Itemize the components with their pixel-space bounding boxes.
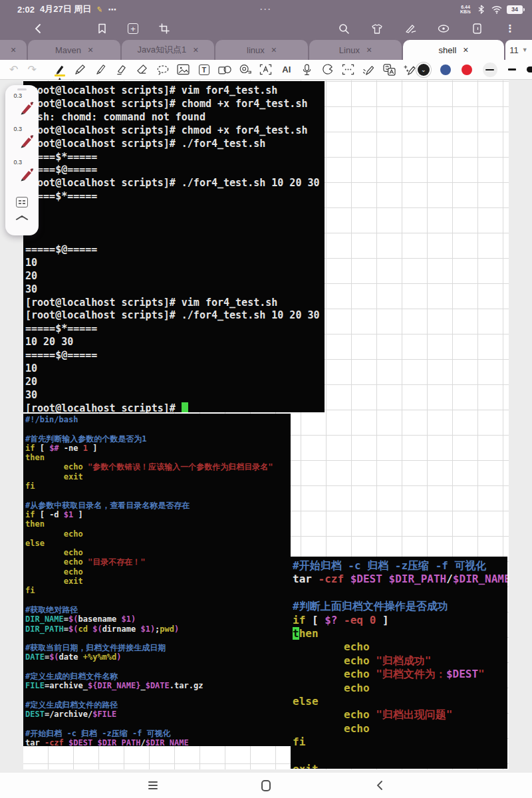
status-bar: 2:02 4月27日 周日 ✎ ⋯ ··· 6.44 KB/s 34 xyxy=(0,0,532,19)
translate-tool[interactable] xyxy=(382,62,397,78)
tab-label: shell xyxy=(439,45,457,55)
camera-cutout-dots: ··· xyxy=(0,5,532,14)
undo-button[interactable]: ↶ xyxy=(9,63,18,76)
pen-settings-icon[interactable] xyxy=(16,197,28,207)
tab-close-icon[interactable]: × xyxy=(271,45,277,55)
tab-close-icon[interactable]: × xyxy=(11,45,16,55)
lasso-select-tool[interactable] xyxy=(156,62,170,78)
tab-label: linux xyxy=(247,45,265,55)
tab-close-icon[interactable]: × xyxy=(88,45,93,55)
tab-strip: Maven×Java知识点1×linux×Linux×shell× xyxy=(28,40,505,60)
note-canvas[interactable]: [root@localhost scripts]# vim for4_test.… xyxy=(0,80,532,773)
tab-partial[interactable]: × xyxy=(0,40,27,60)
eraser-tool[interactable] xyxy=(135,62,150,78)
microphone-tool[interactable] xyxy=(300,62,315,78)
text-tool[interactable]: T xyxy=(197,62,211,78)
tab-close-icon[interactable]: × xyxy=(193,45,198,55)
page-count-dropdown[interactable]: 11 ▼ xyxy=(505,40,532,60)
pen-preset[interactable]: 0.3 xyxy=(9,158,35,192)
pencil-tool[interactable] xyxy=(73,62,88,78)
theme-skin-icon[interactable] xyxy=(371,23,383,35)
more-menu-icon[interactable]: ⋮ xyxy=(504,23,516,35)
pen-tool-active[interactable]: ▲ xyxy=(53,62,67,78)
nav-back-icon[interactable] xyxy=(372,779,386,792)
device-tablet-icon[interactable] xyxy=(471,23,483,35)
home-icon[interactable] xyxy=(259,779,273,792)
chevron-down-icon: ▼ xyxy=(522,47,528,53)
pen-preset[interactable]: 0.3 xyxy=(9,125,35,158)
color-swatch-blue[interactable] xyxy=(440,65,451,75)
stroke-width-thick[interactable] xyxy=(527,66,532,72)
add-page-icon[interactable]: + xyxy=(128,23,138,34)
magic-beautify-tool[interactable] xyxy=(403,62,418,78)
tab-4[interactable]: shell× xyxy=(403,40,504,60)
tab-label: Maven xyxy=(55,45,81,55)
stroke-width-thin[interactable] xyxy=(508,68,516,70)
script-screenshot-left[interactable]: #!/bin/bash #首先判断输入参数的个数是否为1if [ $# -ne … xyxy=(23,414,291,746)
back-icon[interactable] xyxy=(32,23,44,35)
system-nav-bar xyxy=(0,773,532,798)
insert-image-tool[interactable] xyxy=(176,62,191,78)
ocr-scan-tool[interactable] xyxy=(341,62,356,78)
floating-pen-panel[interactable]: 0.3 0.3 0.3 xyxy=(5,85,39,235)
tab-label: Linux xyxy=(339,45,360,55)
chevron-down-icon: ⌄ xyxy=(421,66,426,73)
view-mode-eye-icon[interactable] xyxy=(438,23,450,35)
fineliner-tool[interactable] xyxy=(94,62,108,78)
pen-preset[interactable]: 0.3 xyxy=(9,92,35,125)
panel-drag-handle[interactable] xyxy=(17,88,27,90)
terminal-screenshot-1[interactable]: [root@localhost scripts]# vim for4_test.… xyxy=(23,81,325,412)
smart-pen-tool[interactable] xyxy=(362,62,376,78)
stroke-width-selected[interactable] xyxy=(483,63,497,77)
app-nav-bar: + ⋮ xyxy=(0,19,532,39)
pen-icon xyxy=(18,166,35,182)
pen-icon xyxy=(18,133,35,149)
script-screenshot-right[interactable]: #开始归档 -c 归档 -z压缩 -f 可视化tar -czf $DEST $D… xyxy=(291,557,507,769)
collapse-panel-icon[interactable] xyxy=(15,213,28,221)
pen-size-label: 0.3 xyxy=(14,159,35,166)
pages-grid-icon[interactable] xyxy=(64,23,76,35)
pen-list: 0.3 0.3 0.3 xyxy=(9,92,35,192)
tab-label: Java知识点1 xyxy=(138,44,187,56)
screen: 2:02 4月27日 周日 ✎ ⋯ ··· 6.44 KB/s 34 xyxy=(0,0,532,798)
highlighter-tool[interactable] xyxy=(114,62,129,78)
tab-1[interactable]: Java知识点1× xyxy=(122,40,214,60)
annotate-pen-icon[interactable] xyxy=(404,23,416,35)
color-swatch-red[interactable] xyxy=(462,65,472,75)
tab-close-icon[interactable]: × xyxy=(366,45,372,55)
ai-tool[interactable]: AI xyxy=(279,62,294,78)
redo-button[interactable]: ↷ xyxy=(27,63,36,76)
pen-icon xyxy=(18,100,35,116)
tape-tool[interactable] xyxy=(238,62,253,78)
laser-pointer-tool[interactable] xyxy=(321,62,335,78)
tab-bar: × Maven×Java知识点1×linux×Linux×shell× 11 ▼ xyxy=(0,39,532,60)
battery-indicator: 34 xyxy=(507,5,523,14)
screenshot-crop-icon[interactable] xyxy=(158,23,170,35)
color-swatch-selected-black[interactable]: ⌄ xyxy=(418,64,430,76)
search-icon[interactable] xyxy=(338,23,350,35)
edit-toolbar: ↶ ↷ ▲ xyxy=(0,60,532,80)
tab-close-icon[interactable]: × xyxy=(463,45,468,55)
pen-size-label: 0.3 xyxy=(14,92,35,99)
handwriting-recognize-tool[interactable] xyxy=(259,62,273,78)
tab-0[interactable]: Maven× xyxy=(28,40,120,60)
pen-size-label: 0.3 xyxy=(14,126,35,132)
shapes-tool[interactable] xyxy=(217,62,232,78)
tab-2[interactable]: linux× xyxy=(215,40,308,60)
tab-3[interactable]: Linux× xyxy=(309,40,402,60)
bookmark-icon[interactable] xyxy=(96,23,108,35)
recents-icon[interactable] xyxy=(146,779,160,792)
